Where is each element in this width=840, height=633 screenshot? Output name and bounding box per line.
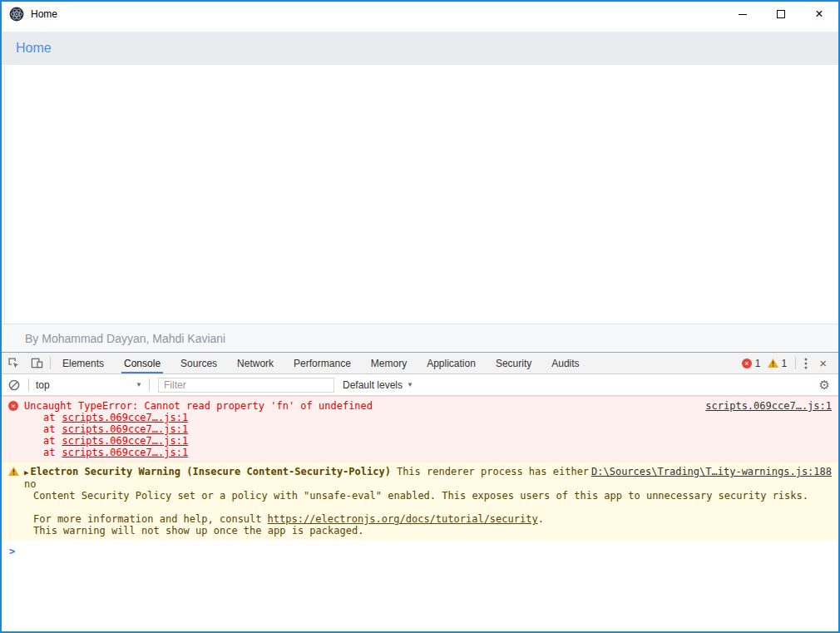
log-levels-select[interactable]: Default levels ▼ (343, 379, 413, 391)
warning-source-link[interactable]: D:\Sources\Trading\T…ity-warnings.js:188 (591, 466, 832, 477)
device-toolbar-icon (31, 357, 43, 369)
devtools-close-icon: × (819, 356, 827, 370)
expand-triangle-icon[interactable]: ▶ (24, 468, 28, 477)
stack-at: at (43, 412, 55, 423)
console-prompt[interactable]: > (2, 541, 838, 561)
clear-console-button[interactable] (2, 379, 27, 391)
error-source-link[interactable]: scripts.069cce7….js:1 (705, 400, 832, 412)
execution-context-select[interactable]: top ▼ (31, 379, 147, 391)
tab-sources[interactable]: Sources (175, 353, 223, 373)
app-navbar: Home (2, 32, 838, 65)
blank-line (8, 502, 832, 513)
console-settings-button[interactable]: ⚙ (819, 378, 838, 393)
tab-console[interactable]: Console (118, 353, 166, 373)
close-button[interactable]: × (800, 2, 838, 27)
stack-at: at (43, 447, 55, 458)
chevron-down-icon: ▼ (136, 381, 142, 388)
stack-frame: atscripts.069cce7….js:1 (8, 412, 832, 423)
device-toolbar-button[interactable] (25, 353, 48, 373)
stack-frame: atscripts.069cce7….js:1 (8, 423, 832, 435)
stack-frame: atscripts.069cce7….js:1 (8, 435, 832, 447)
stack-frame-link[interactable]: scripts.069cce7….js:1 (62, 435, 188, 447)
warning-title: Electron Security Warning (Insecure Cont… (30, 466, 390, 477)
stack-at: at (43, 423, 55, 435)
devtools-tab-bar: Elements Console Sources Network Perform… (2, 353, 838, 374)
tab-network[interactable]: Network (231, 353, 279, 373)
warning-text-line2: Content Security Policy set or a policy … (33, 490, 832, 502)
warning-count: 1 (782, 358, 788, 369)
devtools-menu-button[interactable] (798, 358, 814, 369)
inspect-element-button[interactable] (2, 353, 25, 373)
stack-frame: atscripts.069cce7….js:1 (8, 447, 832, 458)
toolbar-divider-3 (149, 378, 150, 391)
warning-footnote: This warning will not show up once the a… (33, 525, 832, 537)
tab-elements[interactable]: Elements (57, 353, 110, 373)
error-icon: × (8, 401, 18, 411)
close-icon: × (815, 10, 823, 18)
minimize-icon (739, 14, 747, 15)
tab-audits[interactable]: Audits (546, 353, 585, 373)
warning-icon (8, 467, 19, 476)
console-error-message: × Uncaught TypeError: Cannot read proper… (2, 396, 838, 462)
levels-selected-value: Default levels (343, 379, 403, 391)
maximize-button[interactable] (762, 2, 800, 27)
error-icon: × (742, 359, 752, 368)
error-count-badge[interactable]: × 1 (742, 358, 761, 369)
home-nav-link[interactable]: Home (16, 41, 52, 56)
security-docs-link[interactable]: https://electronjs.org/docs/tutorial/sec… (268, 513, 538, 525)
app-window: Home × Home By Mohammad Dayyan, Mahdi Ka… (0, 0, 840, 633)
warning-icon (768, 359, 778, 368)
chevron-down-icon: ▼ (407, 381, 413, 388)
minimize-button[interactable] (724, 2, 762, 27)
context-selected-value: top (36, 379, 136, 391)
tab-memory[interactable]: Memory (365, 353, 413, 373)
electron-app-icon (9, 7, 24, 22)
console-output: × Uncaught TypeError: Cannot read proper… (2, 396, 838, 631)
stack-frame-link[interactable]: scripts.069cce7….js:1 (62, 447, 188, 458)
tab-bar-right: × 1 1 (742, 353, 838, 373)
kebab-menu-icon (804, 358, 808, 369)
warning-info-suffix: . (538, 513, 544, 525)
devtools-panel: Elements Console Sources Network Perform… (2, 352, 838, 631)
footer-credit: By Mohammad Dayyan, Mahdi Kaviani (25, 332, 225, 345)
inspect-cursor-icon (7, 357, 20, 369)
tab-application[interactable]: Application (421, 353, 482, 373)
app-footer: By Mohammad Dayyan, Mahdi Kaviani (2, 324, 838, 352)
maximize-icon (777, 10, 785, 18)
content-left-border (4, 65, 5, 324)
window-controls: × (724, 2, 838, 27)
console-filter-input[interactable] (158, 378, 334, 393)
console-toolbar: top ▼ Default levels ▼ ⚙ (2, 374, 838, 396)
console-warning-message: ▶Electron Security Warning (Insecure Con… (2, 462, 838, 541)
error-count: 1 (755, 358, 761, 369)
stack-at: at (43, 435, 55, 447)
title-bar: Home × (2, 2, 838, 27)
gear-icon: ⚙ (819, 378, 830, 392)
devtools-close-button[interactable]: × (814, 356, 835, 370)
warning-info-line: For more information and help, consultht… (33, 513, 832, 525)
console-prompt-icon: > (9, 546, 15, 557)
warning-info-prefix: For more information and help, consult (33, 513, 262, 525)
warning-count-badge[interactable]: 1 (768, 358, 788, 369)
stack-frame-link[interactable]: scripts.069cce7….js:1 (62, 423, 188, 435)
toolbar-divider (50, 357, 51, 369)
stack-frame-link[interactable]: scripts.069cce7….js:1 (62, 412, 188, 423)
toolbar-divider-2 (28, 378, 29, 391)
main-content (2, 65, 838, 324)
tab-security[interactable]: Security (490, 353, 537, 373)
warning-text-line1: ▶Electron Security Warning (Insecure Con… (24, 466, 591, 490)
clear-console-icon (8, 379, 20, 391)
error-message-text: Uncaught TypeError: Cannot read property… (24, 400, 705, 412)
window-title: Home (31, 8, 57, 20)
badge-divider (795, 357, 796, 369)
tab-performance[interactable]: Performance (288, 353, 357, 373)
